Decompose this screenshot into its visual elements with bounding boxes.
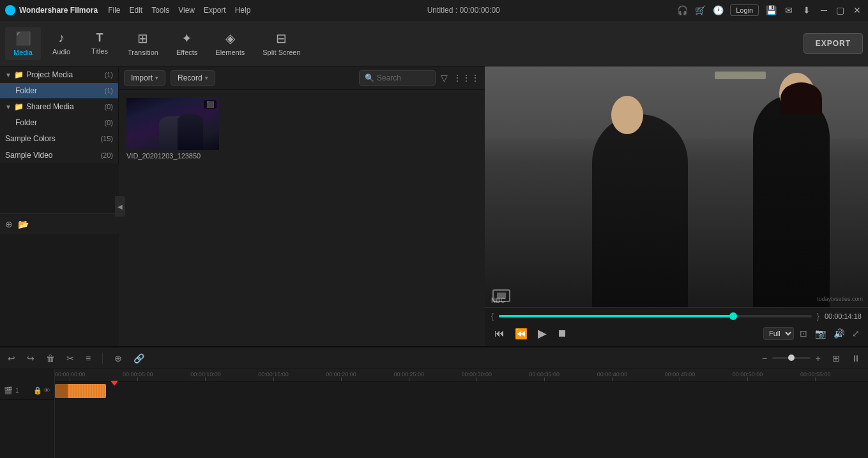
search-input[interactable] xyxy=(377,73,428,82)
ruler-tick xyxy=(815,378,816,381)
lock-track-icon[interactable]: 🔒 xyxy=(33,386,42,395)
toolbar-effects[interactable]: ✦ Effects xyxy=(169,27,205,60)
sidebar-shared-folder[interactable]: Folder (0) xyxy=(0,115,118,130)
current-time: 00:00:14:18 xyxy=(825,312,862,320)
play-button[interactable]: ▶ xyxy=(535,324,550,342)
menu-edit[interactable]: Edit xyxy=(129,6,142,15)
zoom-thumb[interactable] xyxy=(788,355,795,361)
ruler-mark: 00:00:55:00 xyxy=(800,371,831,381)
titlebar-left: Wondershare Filmora File Edit Tools View… xyxy=(5,5,250,15)
minimize-button[interactable]: ─ xyxy=(819,5,829,15)
ruler-mark: 00:00:10:00 xyxy=(190,371,221,381)
menu-tools[interactable]: Tools xyxy=(151,6,169,15)
timeline-clip[interactable] xyxy=(55,384,106,398)
ruler-mark: 00:00:20:00 xyxy=(326,371,356,381)
progress-thumb[interactable] xyxy=(729,312,737,320)
screenshot-icon[interactable]: 📷 xyxy=(813,326,828,340)
titlebar: Wondershare Filmora File Edit Tools View… xyxy=(0,0,868,20)
search-box[interactable]: 🔍 xyxy=(359,70,436,86)
filter-icon[interactable]: ▽ xyxy=(441,73,448,83)
sample-colors-label: Sample Colors xyxy=(5,134,56,143)
ruler-label: 00:00:35:00 xyxy=(529,371,560,378)
toolbar-audio[interactable]: ♪ Audio xyxy=(43,27,79,59)
search-icon: 🔍 xyxy=(365,73,374,82)
mute-track-icon[interactable]: 👁 xyxy=(43,386,50,395)
start-bracket: { xyxy=(491,312,494,321)
sidebar-project-folder[interactable]: Folder (1) xyxy=(0,83,118,98)
delete-icon[interactable]: 🗑 xyxy=(43,352,57,365)
preview-size-icon[interactable]: ⊡ xyxy=(798,326,809,340)
track-headers: 🎬 1 🔒 👁 xyxy=(0,369,55,458)
mail-icon[interactable]: ✉ xyxy=(783,4,795,16)
cart-icon[interactable]: 🛒 xyxy=(694,4,706,16)
project-media-label: Project Media xyxy=(26,70,100,79)
fullscreen-icon[interactable]: ⤢ xyxy=(850,326,862,340)
ruler-tick xyxy=(476,378,477,381)
redo-icon[interactable]: ↪ xyxy=(24,352,37,365)
save-icon[interactable]: 💾 xyxy=(765,4,777,16)
shared-media-count: (0) xyxy=(105,103,113,111)
ruler-mark: 00:00:30:00 xyxy=(462,371,492,381)
splitscreen-icon: ⊟ xyxy=(276,31,287,46)
login-button[interactable]: Login xyxy=(730,4,759,16)
ruler-tick xyxy=(137,378,138,381)
fit-icon[interactable]: ⊞ xyxy=(830,352,842,365)
track-controls: 🔒 👁 xyxy=(33,386,50,395)
menu-file[interactable]: File xyxy=(108,6,120,15)
app-logo: Wondershare Filmora xyxy=(5,5,98,15)
progress-bar-track[interactable] xyxy=(499,315,812,317)
link-icon[interactable]: 🔗 xyxy=(131,352,147,365)
clock-icon[interactable]: 🕐 xyxy=(712,4,724,16)
folder-label: Folder xyxy=(15,86,37,95)
ruler-tick xyxy=(544,378,545,381)
step-back-button[interactable]: ⏮ xyxy=(491,326,508,341)
sidebar-project-media[interactable]: ▼ 📁 Project Media (1) xyxy=(0,66,118,83)
timeline-ruler-area: 00:00:00:0000:00:05:0000:00:10:0000:00:1… xyxy=(55,369,868,458)
grid-view-icon[interactable]: ⋮⋮⋮ xyxy=(453,73,480,83)
menu-view[interactable]: View xyxy=(178,6,195,15)
volume-icon[interactable]: 🔊 xyxy=(832,326,846,340)
media-item[interactable]: ⬛ VID_20201203_123850 xyxy=(126,98,219,160)
zoom-in-icon[interactable]: + xyxy=(813,352,823,365)
import-folder-icon[interactable]: 📂 xyxy=(18,219,29,229)
import-dropdown[interactable]: Import ▾ xyxy=(124,70,165,86)
video-track-icon: 🎬 xyxy=(4,386,13,395)
toolbar-elements[interactable]: ◈ Elements xyxy=(208,27,252,60)
shared-media-label: Shared Media xyxy=(26,102,100,111)
close-button[interactable]: ✕ xyxy=(851,5,863,15)
frame-back-button[interactable]: ⏪ xyxy=(512,326,531,342)
toolbar-transition[interactable]: ⊞ Transition xyxy=(120,27,166,60)
cut-icon[interactable]: ✂ xyxy=(64,352,77,365)
headset-icon[interactable]: 🎧 xyxy=(676,4,688,16)
sidebar-shared-media[interactable]: ▼ 📁 Shared Media (0) xyxy=(0,98,118,115)
menu-export[interactable]: Export xyxy=(204,6,226,15)
export-button[interactable]: EXPORT xyxy=(803,33,863,54)
clip-thumbnail xyxy=(55,384,68,398)
sidebar-sample-colors[interactable]: Sample Colors (15) xyxy=(0,130,118,147)
toolbar-titles[interactable]: T Titles xyxy=(82,27,118,59)
media-label: Media xyxy=(13,49,33,56)
record-dropdown[interactable]: Record ▾ xyxy=(171,70,215,86)
download-icon[interactable]: ⬇ xyxy=(801,4,812,16)
zoom-out-icon[interactable]: − xyxy=(759,352,770,365)
menu-help[interactable]: Help xyxy=(235,6,251,15)
pause-record-icon[interactable]: ⏸ xyxy=(849,352,863,365)
site-watermark: todaytvseties.com xyxy=(817,296,863,302)
add-folder-icon[interactable]: ⊕ xyxy=(5,219,13,229)
zoom-track[interactable] xyxy=(772,357,811,359)
add-media-icon[interactable]: ⊕ xyxy=(112,352,125,365)
sidebar-collapse-button[interactable]: ◀ xyxy=(115,196,125,217)
track-header-1: 🎬 1 🔒 👁 xyxy=(0,382,54,400)
stop-button[interactable]: ⏹ xyxy=(554,326,570,341)
sidebar-bottom-toolbar: ⊕ 📂 xyxy=(0,213,119,234)
toolbar-splitscreen[interactable]: ⊟ Split Screen xyxy=(255,27,308,60)
maximize-button[interactable]: ▢ xyxy=(834,5,846,15)
separator xyxy=(102,353,103,364)
settings-icon[interactable]: ≡ xyxy=(83,352,93,365)
sidebar-sample-video[interactable]: Sample Video (20) xyxy=(0,147,118,164)
undo-icon[interactable]: ↩ xyxy=(5,352,18,365)
quality-select[interactable]: Full 1/2 1/4 xyxy=(763,327,794,340)
ruler-tick xyxy=(680,378,680,381)
expand-arrow-icon: ▼ xyxy=(5,103,11,111)
toolbar-media[interactable]: ⬛ Media xyxy=(5,27,41,60)
